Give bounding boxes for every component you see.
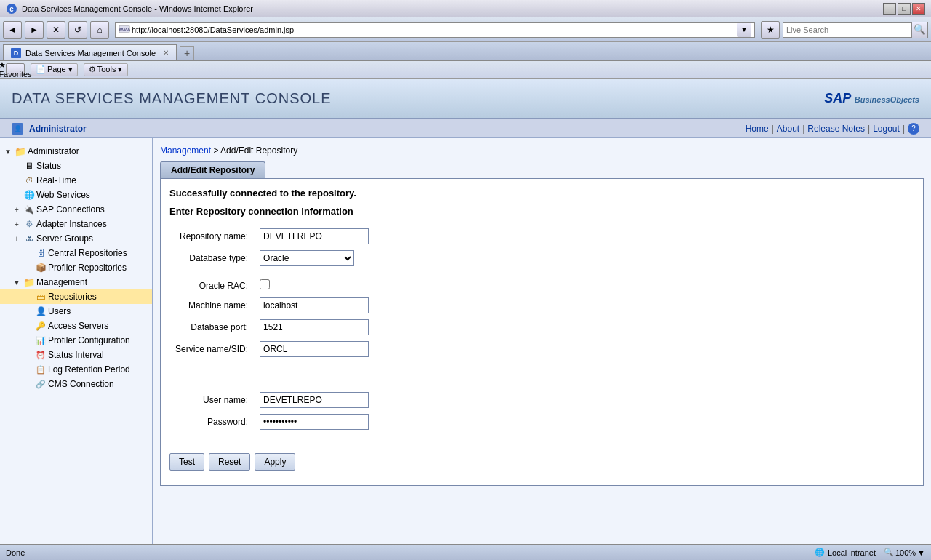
tab-favicon: D [11, 48, 21, 58]
status-bar: Done 🌐 Local intranet 🔍 100% ▼ [0, 544, 931, 560]
oracle-rac-checkbox[interactable] [260, 279, 270, 289]
url-input[interactable] [132, 25, 737, 34]
reset-button[interactable]: Reset [209, 453, 250, 471]
central-repo-icon: 🗄 [35, 247, 47, 259]
sidebar-item-central-repositories[interactable]: 🗄 Central Repositories [0, 246, 152, 260]
sidebar-item-profiler-configuration[interactable]: 📊 Profiler Configuration [0, 333, 152, 348]
sidebar-item-profiler-repositories[interactable]: 📦 Profiler Repositories [0, 260, 152, 275]
repo-name-input[interactable] [260, 228, 369, 244]
spacer [23, 321, 33, 331]
spacer [23, 248, 33, 258]
breadcrumb: Management > Add/Edit Repository [160, 145, 924, 156]
sidebar-item-access-servers[interactable]: 🔑 Access Servers [0, 319, 152, 333]
content-area: Management > Add/Edit Repository Add/Edi… [153, 138, 931, 544]
repo-name-label: Repository name: [169, 225, 254, 247]
svg-text:e: e [9, 5, 14, 13]
release-notes-link[interactable]: Release Notes [807, 124, 865, 134]
sidebar-item-users[interactable]: 👤 Users [0, 304, 152, 319]
tab-close-button[interactable]: ✕ [163, 49, 169, 57]
page-tab-header[interactable]: Add/Edit Repository [160, 161, 265, 178]
sidebar-item-realtime[interactable]: ⏱ Real-Time [0, 173, 152, 188]
about-link[interactable]: About [777, 124, 799, 134]
status-right: 🌐 Local intranet 🔍 100% ▼ [815, 548, 925, 557]
active-tab[interactable]: D Data Services Management Console ✕ [3, 44, 177, 60]
profiler-repo-icon: 📦 [35, 262, 47, 273]
apply-button[interactable]: Apply [255, 453, 295, 471]
app-wrapper: DATA SERVICES MANAGEMENT CONSOLE SAP Bus… [0, 79, 931, 544]
spacer [23, 306, 33, 316]
machine-name-input[interactable] [260, 297, 369, 313]
browser-tab-bar: D Data Services Management Console ✕ + [0, 42, 931, 61]
zoom-icon: 🔍 [884, 548, 894, 557]
stop-button[interactable]: ✕ [47, 21, 65, 39]
service-name-input[interactable] [260, 341, 369, 357]
svg-text:www: www [119, 26, 130, 33]
repo-name-row: Repository name: [169, 225, 375, 247]
logout-link[interactable]: Logout [873, 124, 900, 134]
spacer [23, 379, 33, 389]
sidebar-item-server-groups[interactable]: + 🖧 Server Groups [0, 231, 152, 246]
sidebar-item-sap-connections[interactable]: + 🔌 SAP Connections [0, 202, 152, 217]
browser-title-icon: e [6, 3, 17, 15]
refresh-button[interactable]: ↺ [68, 21, 87, 39]
spacer [23, 364, 33, 375]
test-button[interactable]: Test [169, 453, 204, 471]
browser-links-bar: ★ Favorites 📄 Page ▾ ⚙ Tools ▾ [0, 61, 931, 79]
gear-icon: 🌐 [23, 189, 35, 201]
user-name-input[interactable] [260, 392, 369, 408]
close-button[interactable]: ✕ [912, 3, 925, 15]
db-port-input[interactable] [260, 319, 369, 335]
help-icon[interactable]: ? [908, 123, 919, 135]
expand-icon: ▼ [3, 146, 13, 156]
success-message: Successfully connected to the repository… [169, 188, 914, 199]
home-button[interactable]: ⌂ [90, 21, 109, 39]
search-button[interactable]: 🔍 [911, 22, 927, 38]
sidebar-item-status-interval[interactable]: ⏰ Status Interval [0, 348, 152, 362]
favorites-bar-button[interactable]: ★ Favorites [6, 63, 25, 76]
spacer [12, 161, 22, 171]
db-type-label: Database type: [169, 247, 254, 269]
db-icon: 🔌 [23, 204, 35, 215]
breadcrumb-management-link[interactable]: Management [160, 145, 211, 156]
favorites-button[interactable]: ★ [761, 21, 780, 39]
machine-name-row: Machine name: [169, 295, 375, 316]
maximize-button[interactable]: □ [898, 3, 911, 15]
new-tab-button[interactable]: + [180, 46, 194, 60]
zoom-level: 100% [895, 548, 916, 557]
sidebar-item-log-retention[interactable]: 📋 Log Retention Period [0, 362, 152, 377]
back-button[interactable]: ◄ [3, 21, 22, 39]
spacer [12, 175, 22, 185]
spacer [23, 335, 33, 345]
live-search-input[interactable] [783, 25, 911, 34]
sidebar-item-webservices[interactable]: 🌐 Web Services [0, 188, 152, 202]
forward-button[interactable]: ► [25, 21, 44, 39]
tools-button[interactable]: ⚙ Tools ▾ [84, 63, 128, 76]
access-servers-icon: 🔑 [35, 320, 47, 332]
sidebar-item-status[interactable]: 🖥 Status [0, 159, 152, 173]
db-port-label: Database port: [169, 316, 254, 338]
page-button[interactable]: 📄 Page ▾ [31, 63, 78, 76]
password-input[interactable] [260, 414, 369, 430]
status-interval-icon: ⏰ [35, 349, 47, 361]
adapter-icon: ⚙ [23, 218, 35, 230]
zoom-dropdown-icon[interactable]: ▼ [917, 548, 925, 557]
db-type-select[interactable]: Oracle MS SQL Server Sybase DB2 [260, 250, 354, 266]
sidebar-item-cms-connection[interactable]: 🔗 CMS Connection [0, 377, 152, 391]
users-icon: 👤 [35, 305, 47, 317]
tab-label: Data Services Management Console [25, 49, 156, 57]
service-name-label: Service name/SID: [169, 338, 254, 360]
sidebar-item-administrator[interactable]: ▼ 📁 Administrator [0, 144, 152, 159]
button-row: Test Reset Apply [169, 447, 914, 476]
expand-icon: + [12, 204, 22, 215]
search-container: 🔍 [783, 22, 928, 38]
sidebar-item-management[interactable]: ▼ 📁 Management [0, 275, 152, 289]
spacer [23, 350, 33, 360]
sidebar-item-adapter-instances[interactable]: + ⚙ Adapter Instances [0, 217, 152, 231]
url-go-button[interactable]: ▼ [737, 23, 751, 37]
expand-icon: + [12, 233, 22, 244]
home-link[interactable]: Home [746, 124, 769, 134]
sidebar: ▼ 📁 Administrator 🖥 Status ⏱ Real-Time 🌐 [0, 138, 153, 544]
minimize-button[interactable]: ─ [883, 3, 896, 15]
sidebar-item-repositories[interactable]: 🗃 Repositories [0, 289, 152, 304]
sap-logo: SAP BusinessObjects [824, 91, 919, 106]
